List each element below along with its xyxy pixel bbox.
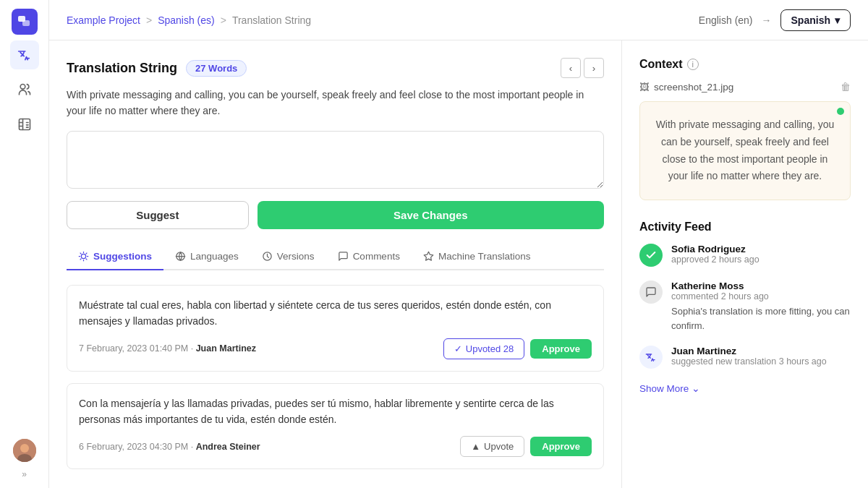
- tab-comments-label: Comments: [353, 251, 400, 262]
- context-filename: 🖼 screenshot_21.jpg: [639, 82, 733, 93]
- nav-arrows: ‹ ›: [561, 58, 604, 78]
- tabs-bar: Suggestions Languages Versions Comments: [67, 244, 604, 270]
- action-buttons: Suggest Save Changes: [67, 201, 604, 229]
- context-file: 🖼 screenshot_21.jpg 🗑: [639, 81, 851, 93]
- upvote-label-2: Upvote: [484, 441, 514, 452]
- svg-rect-3: [19, 119, 30, 130]
- sidebar: »: [0, 0, 49, 488]
- context-preview-text: With private messaging and calling, you …: [656, 119, 835, 181]
- activity-avatar-2: [639, 281, 663, 304]
- main-content: Example Project > Spanish (es) > Transla…: [49, 0, 868, 488]
- target-language-dropdown[interactable]: Spanish ▾: [780, 9, 851, 31]
- activity-avatar-3: [639, 346, 663, 369]
- upvote-button-1[interactable]: ✓ Upvoted 28: [443, 338, 525, 359]
- tab-suggestions[interactable]: Suggestions: [67, 244, 163, 270]
- activity-comment-2: Sophia's translation is more fitting, yo…: [671, 304, 851, 333]
- upvote-caret-icon: ▲: [471, 441, 480, 452]
- translation-input[interactable]: [67, 131, 604, 189]
- translation-string-title: Translation String: [67, 61, 177, 76]
- content-area: Translation String 27 Words ‹ › With pri…: [49, 40, 868, 488]
- svg-point-2: [20, 85, 25, 90]
- lang-arrow-icon: →: [762, 14, 772, 26]
- show-more-button[interactable]: Show More ⌄: [639, 382, 851, 394]
- next-arrow-button[interactable]: ›: [584, 58, 604, 78]
- sidebar-collapse-toggle[interactable]: »: [22, 469, 27, 479]
- tab-versions-label: Versions: [277, 251, 315, 262]
- sidebar-item-translate[interactable]: [10, 40, 39, 69]
- prev-arrow-button[interactable]: ‹: [561, 58, 581, 78]
- show-more-label: Show More: [639, 383, 689, 394]
- activity-feed-section: Activity Feed Sofia Rodriguez approved 2…: [639, 221, 851, 394]
- suggestion-card-2: Con la mensajería y las llamadas privada…: [67, 383, 604, 470]
- suggestion-info-1: 7 February, 2023 01:40 PM · Juan Martine…: [79, 343, 256, 354]
- tab-comments[interactable]: Comments: [326, 244, 412, 270]
- approve-button-1[interactable]: Approve: [530, 339, 592, 359]
- suggestion-meta-1: 7 February, 2023 01:40 PM · Juan Martine…: [79, 338, 592, 359]
- context-filename-label: screenshot_21.jpg: [654, 82, 733, 93]
- activity-avatar-1: [639, 244, 663, 267]
- activity-content-1: Sofia Rodriguez approved 2 hours ago: [671, 244, 851, 267]
- breadcrumb-sep-1: >: [146, 14, 152, 26]
- activity-content-2: Katherine Moss commented 2 hours ago Sop…: [671, 281, 851, 333]
- suggestion-text-1: Muéstrate tal cual eres, habla con liber…: [79, 297, 592, 330]
- svg-point-7: [81, 254, 85, 258]
- right-panel: Context i 🖼 screenshot_21.jpg 🗑 With pri…: [622, 40, 868, 488]
- activity-action-2: commented 2 hours ago: [671, 291, 851, 301]
- context-info-icon[interactable]: i: [687, 59, 699, 70]
- sidebar-item-users[interactable]: [10, 75, 39, 104]
- delete-context-icon[interactable]: 🗑: [841, 81, 851, 93]
- target-language-label: Spanish: [791, 14, 830, 26]
- tab-languages[interactable]: Languages: [163, 244, 250, 270]
- suggestion-meta-2: 6 February, 2023 04:30 PM · Andrea Stein…: [79, 436, 592, 457]
- context-preview: With private messaging and calling, you …: [639, 101, 851, 200]
- show-more-chevron-icon: ⌄: [692, 382, 700, 394]
- activity-name-1: Sofia Rodriguez: [671, 244, 851, 254]
- tab-machine-translations-label: Machine Translations: [438, 251, 531, 262]
- activity-feed-title: Activity Feed: [639, 221, 851, 234]
- source-text: With private messaging and calling, you …: [67, 87, 604, 119]
- approve-button-2[interactable]: Approve: [530, 437, 592, 456]
- svg-marker-10: [424, 252, 433, 260]
- activity-content-3: Juan Martinez suggested new translation …: [671, 346, 851, 369]
- word-count-badge: 27 Words: [186, 60, 247, 77]
- user-avatar[interactable]: [13, 439, 36, 462]
- logo[interactable]: [12, 9, 38, 35]
- tab-machine-translations[interactable]: Machine Translations: [412, 244, 542, 270]
- lang-switcher: English (en) → Spanish ▾: [699, 9, 851, 31]
- topbar: Example Project > Spanish (es) > Transla…: [49, 0, 868, 40]
- tab-versions[interactable]: Versions: [250, 244, 326, 270]
- activity-action-3: suggested new translation 3 hours ago: [671, 356, 851, 367]
- activity-action-1: approved 2 hours ago: [671, 254, 851, 265]
- source-language-label: English (en): [699, 14, 753, 26]
- activity-item-2: Katherine Moss commented 2 hours ago Sop…: [639, 281, 851, 333]
- checkmark-icon: ✓: [454, 343, 462, 354]
- activity-name-2: Katherine Moss: [671, 281, 851, 291]
- breadcrumb-sep-2: >: [221, 14, 226, 26]
- svg-rect-1: [22, 20, 30, 26]
- suggestions-list: Muéstrate tal cual eres, habla con liber…: [67, 285, 604, 470]
- activity-name-3: Juan Martinez: [671, 346, 851, 356]
- sidebar-item-building[interactable]: [10, 110, 39, 139]
- suggestion-text-2: Con la mensajería y las llamadas privada…: [79, 395, 592, 428]
- editor-section: Translation String 27 Words ‹ › With pri…: [49, 40, 622, 488]
- upvote-button-2[interactable]: ▲ Upvote: [460, 436, 524, 457]
- breadcrumb-current: Translation String: [232, 14, 311, 26]
- tab-languages-label: Languages: [190, 251, 239, 262]
- context-section: Context i 🖼 screenshot_21.jpg 🗑 With pri…: [639, 58, 851, 200]
- dropdown-caret-icon: ▾: [835, 14, 840, 26]
- save-changes-button[interactable]: Save Changes: [258, 201, 604, 229]
- breadcrumb: Example Project > Spanish (es) > Transla…: [67, 14, 311, 26]
- suggest-button[interactable]: Suggest: [67, 201, 249, 229]
- suggestion-actions-2: ▲ Upvote Approve: [460, 436, 592, 457]
- context-title: Context i: [639, 58, 851, 71]
- tab-suggestions-label: Suggestions: [93, 251, 152, 262]
- activity-item-1: Sofia Rodriguez approved 2 hours ago: [639, 244, 851, 267]
- suggestion-info-2: 6 February, 2023 04:30 PM · Andrea Stein…: [79, 442, 260, 452]
- activity-item-3: Juan Martinez suggested new translation …: [639, 346, 851, 369]
- file-icon: 🖼: [639, 82, 650, 93]
- suggestion-card-1: Muéstrate tal cual eres, habla con liber…: [67, 285, 604, 372]
- upvote-label-1: Upvoted 28: [466, 343, 514, 354]
- breadcrumb-lang[interactable]: Spanish (es): [158, 14, 215, 26]
- suggestion-actions-1: ✓ Upvoted 28 Approve: [443, 338, 592, 359]
- breadcrumb-project[interactable]: Example Project: [67, 14, 140, 26]
